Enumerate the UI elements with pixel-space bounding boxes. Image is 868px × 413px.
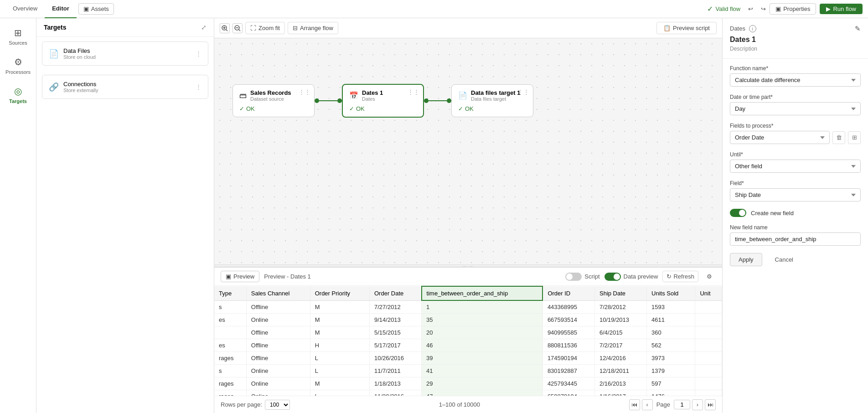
date-part-select[interactable]: Day Month Year [730, 102, 861, 115]
table-cell: 4611 [647, 314, 695, 326]
node-menu-target[interactable]: ⋮⋮ [517, 88, 529, 95]
table-cell: 667593514 [542, 314, 594, 326]
data-files-menu[interactable]: ⋮ [196, 50, 202, 57]
node-sales-records[interactable]: ⋮⋮ 🗃 Sales Records Dataset source ✓ OK [232, 84, 315, 117]
table-cell: Offline [246, 326, 310, 339]
targets-title: Targets [44, 24, 67, 31]
undo-button[interactable]: ↩ [744, 3, 757, 15]
table-cell: 35 [422, 314, 543, 326]
zoom-fit-button[interactable]: ⛶ Zoom fit [245, 22, 285, 34]
cancel-button[interactable]: Cancel [767, 253, 801, 266]
info-icon[interactable]: i [749, 25, 756, 32]
new-field-name-group: New field name [730, 224, 861, 246]
node-title-dates: Dates 1 [362, 89, 383, 96]
run-flow-button[interactable]: ▶ Run flow [820, 4, 863, 14]
until-select[interactable]: Other field Now Specific date [730, 160, 861, 173]
table-cell [695, 326, 722, 339]
new-field-name-input[interactable] [730, 232, 861, 246]
function-name-group: Function name* Calculate date difference [730, 65, 861, 87]
arrange-flow-button[interactable]: ⊟ Arrange flow [288, 22, 338, 34]
table-cell: 562 [647, 339, 695, 352]
properties-button[interactable]: ▣ Properties [770, 3, 816, 15]
table-cell: 11/7/2011 [370, 365, 422, 377]
until-label: Until* [730, 151, 861, 158]
left-sidebar: ⊞ Sources ⚙ Processors ◎ Targets [0, 18, 36, 413]
target-card-data-files[interactable]: 📄 Data Files Store on cloud ⋮ [42, 41, 208, 66]
zoom-in-button[interactable] [220, 23, 230, 33]
assets-button[interactable]: ▣ Assets [78, 3, 114, 15]
table-cell: 880811536 [542, 339, 594, 352]
prev-page-button[interactable]: ‹ [642, 399, 653, 410]
script-toggle[interactable] [565, 273, 582, 281]
expand-icon[interactable]: ⤢ [201, 24, 207, 31]
edit-icon[interactable]: ✎ [855, 25, 861, 33]
target-card-connections[interactable]: 🔗 Connections Store externally ⋮ [42, 75, 208, 99]
properties-icon: ▣ [775, 5, 781, 12]
col-sales-channel: Sales Channel [246, 286, 310, 300]
preview-script-button[interactable]: 📋 Preview script [656, 22, 717, 34]
targets-header: Targets ⤢ [36, 18, 214, 37]
node-icon-sales: 🗃 [239, 92, 247, 100]
canvas-right: ⛶ Zoom fit ⊟ Arrange flow 📋 Preview scri… [214, 18, 722, 413]
data-table: Type Sales Channel Order Priority Order … [214, 286, 722, 396]
next-page-button[interactable]: › [692, 399, 703, 410]
table-cell: Offline [246, 352, 310, 365]
row-range: 1–100 of 10000 [439, 401, 480, 408]
table-settings-button[interactable]: ⚙ [703, 270, 716, 283]
tab-overview[interactable]: Overview [5, 0, 45, 18]
zoom-out-button[interactable] [232, 23, 243, 33]
right-panel-top: Dates i ✎ Dates 1 Description [723, 18, 868, 59]
delete-field-button[interactable]: 🗑 [832, 131, 845, 144]
first-page-button[interactable]: ⏮ [629, 399, 640, 410]
rows-per-page-select[interactable]: 100 50 25 [265, 400, 290, 410]
preview-title: Preview - Dates 1 [264, 273, 311, 280]
fields-select[interactable]: Order Date [730, 131, 830, 144]
refresh-button[interactable]: ↻ Refresh [662, 271, 698, 282]
until-group: Until* Other field Now Specific date [730, 151, 861, 173]
table-row: ragesOnlineM1/18/2013294257934452/16/201… [214, 377, 722, 390]
sidebar-item-sources[interactable]: ⊞ Sources [0, 23, 36, 50]
node-icon-target: 📄 [458, 91, 467, 100]
apply-button[interactable]: Apply [730, 253, 762, 266]
table-cell: Offline [246, 300, 310, 314]
table-cell: 12/18/2011 [594, 365, 646, 377]
table-cell: 5/15/2015 [370, 326, 422, 339]
sidebar-item-processors[interactable]: ⚙ Processors [0, 52, 36, 79]
create-field-row: Create new field [730, 209, 861, 217]
table-row: esOfflineH5/17/2017468808115367/2/201756… [214, 339, 722, 352]
table-cell [695, 352, 722, 365]
sidebar-item-targets[interactable]: ◎ Targets [0, 81, 36, 108]
preview-button[interactable]: ▣ Preview [221, 271, 259, 282]
table-cell: es [214, 339, 246, 352]
create-field-toggle[interactable] [730, 209, 746, 217]
table-cell: 10/19/2013 [594, 314, 646, 326]
function-name-select[interactable]: Calculate date difference [730, 73, 861, 87]
node-menu-dates[interactable]: ⋮⋮ [408, 88, 419, 95]
col-order-priority: Order Priority [310, 286, 369, 300]
refresh-icon: ↻ [666, 273, 672, 280]
field-select[interactable]: Ship Date [730, 188, 861, 201]
rows-per-page-control: Rows per page: 100 50 25 [221, 400, 290, 410]
table-cell: 47 [422, 390, 543, 396]
checkmark-icon: ✓ [707, 5, 713, 13]
page-input[interactable] [674, 400, 690, 409]
targets-icon: ◎ [14, 86, 22, 97]
node-menu-sales[interactable]: ⋮⋮ [299, 88, 310, 95]
canvas-body: ⋮⋮ 🗃 Sales Records Dataset source ✓ OK [214, 38, 722, 264]
table-cell: M [310, 377, 369, 390]
add-field-button[interactable]: ⊞ [848, 131, 861, 144]
table-cell: 1476 [647, 390, 695, 396]
right-panel-node-title: Dates 1 [730, 36, 861, 44]
redo-button[interactable]: ↪ [757, 3, 770, 15]
last-page-button[interactable]: ⏭ [705, 399, 716, 410]
table-cell: es [214, 314, 246, 326]
node-dates-1[interactable]: ⋮⋮ 📅 Dates 1 Dates ✓ OK [342, 84, 424, 118]
table-cell: Online [246, 365, 310, 377]
table-cell: Online [246, 314, 310, 326]
fields-label: Fields to process* [730, 123, 861, 129]
connections-menu[interactable]: ⋮ [196, 83, 202, 90]
node-data-files-target[interactable]: ⋮⋮ 📄 Data files target 1 Data files targ… [451, 84, 533, 117]
tab-editor[interactable]: Editor [45, 0, 77, 18]
table-cell: 29 [422, 377, 543, 390]
data-preview-toggle[interactable] [604, 273, 621, 281]
